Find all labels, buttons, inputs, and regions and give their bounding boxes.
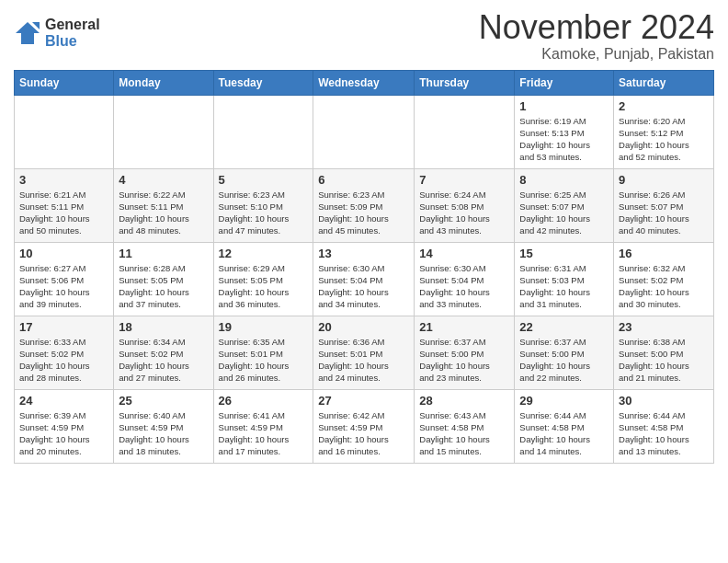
calendar-cell: 18Sunrise: 6:34 AM Sunset: 5:02 PM Dayli…: [114, 316, 213, 389]
day-info: Sunrise: 6:30 AM Sunset: 5:04 PM Dayligh…: [318, 262, 409, 311]
day-number: 24: [19, 394, 108, 408]
calendar-row-2: 10Sunrise: 6:27 AM Sunset: 5:06 PM Dayli…: [15, 242, 714, 316]
calendar-cell: 3Sunrise: 6:21 AM Sunset: 5:11 PM Daylig…: [15, 168, 114, 242]
col-monday: Monday: [114, 70, 213, 95]
logo: General Blue: [14, 17, 100, 49]
calendar-cell: 30Sunrise: 6:44 AM Sunset: 4:58 PM Dayli…: [614, 389, 714, 463]
calendar-cell: 29Sunrise: 6:44 AM Sunset: 4:58 PM Dayli…: [515, 389, 614, 463]
day-info: Sunrise: 6:23 AM Sunset: 5:10 PM Dayligh…: [219, 189, 309, 237]
logo-blue-text: Blue: [45, 33, 100, 50]
calendar-cell: [213, 95, 313, 168]
title-section: November 2024 Kamoke, Punjab, Pakistan: [479, 9, 714, 63]
day-number: 30: [619, 394, 709, 408]
calendar-cell: 5Sunrise: 6:23 AM Sunset: 5:10 PM Daylig…: [213, 168, 313, 242]
calendar-row-3: 17Sunrise: 6:33 AM Sunset: 5:02 PM Dayli…: [15, 316, 714, 389]
day-info: Sunrise: 6:44 AM Sunset: 4:58 PM Dayligh…: [619, 409, 709, 458]
day-info: Sunrise: 6:28 AM Sunset: 5:05 PM Dayligh…: [119, 262, 208, 311]
page: General Blue November 2024 Kamoke, Punja…: [0, 0, 728, 473]
day-info: Sunrise: 6:42 AM Sunset: 4:59 PM Dayligh…: [318, 409, 409, 458]
day-info: Sunrise: 6:22 AM Sunset: 5:11 PM Dayligh…: [119, 189, 208, 237]
day-info: Sunrise: 6:27 AM Sunset: 5:06 PM Dayligh…: [19, 262, 108, 311]
day-info: Sunrise: 6:31 AM Sunset: 5:03 PM Dayligh…: [519, 262, 609, 311]
calendar-cell: 11Sunrise: 6:28 AM Sunset: 5:05 PM Dayli…: [114, 242, 213, 316]
calendar-cell: [415, 95, 515, 168]
day-number: 28: [419, 394, 509, 408]
day-number: 26: [219, 394, 309, 408]
calendar-cell: 25Sunrise: 6:40 AM Sunset: 4:59 PM Dayli…: [114, 389, 213, 463]
day-info: Sunrise: 6:21 AM Sunset: 5:11 PM Dayligh…: [19, 189, 108, 237]
col-friday: Friday: [515, 70, 614, 95]
day-number: 7: [419, 173, 509, 187]
col-sunday: Sunday: [15, 70, 114, 95]
day-info: Sunrise: 6:26 AM Sunset: 5:07 PM Dayligh…: [619, 189, 709, 237]
calendar-body: 1Sunrise: 6:19 AM Sunset: 5:13 PM Daylig…: [15, 95, 714, 463]
day-info: Sunrise: 6:34 AM Sunset: 5:02 PM Dayligh…: [119, 336, 208, 385]
day-info: Sunrise: 6:29 AM Sunset: 5:05 PM Dayligh…: [219, 262, 309, 311]
day-info: Sunrise: 6:23 AM Sunset: 5:09 PM Dayligh…: [318, 189, 409, 237]
calendar-cell: 14Sunrise: 6:30 AM Sunset: 5:04 PM Dayli…: [415, 242, 515, 316]
day-number: 4: [119, 173, 208, 187]
calendar-cell: [15, 95, 114, 168]
calendar-cell: 15Sunrise: 6:31 AM Sunset: 5:03 PM Dayli…: [515, 242, 614, 316]
day-number: 25: [119, 394, 208, 408]
day-info: Sunrise: 6:44 AM Sunset: 4:58 PM Dayligh…: [519, 409, 609, 458]
day-info: Sunrise: 6:19 AM Sunset: 5:13 PM Dayligh…: [519, 115, 609, 164]
day-number: 20: [318, 320, 409, 334]
day-info: Sunrise: 6:30 AM Sunset: 5:04 PM Dayligh…: [419, 262, 509, 311]
day-number: 13: [318, 247, 409, 260]
calendar-row-0: 1Sunrise: 6:19 AM Sunset: 5:13 PM Daylig…: [15, 95, 714, 168]
col-tuesday: Tuesday: [213, 70, 313, 95]
col-saturday: Saturday: [614, 70, 714, 95]
day-number: 3: [19, 173, 108, 187]
day-number: 8: [519, 173, 609, 187]
calendar-cell: 4Sunrise: 6:22 AM Sunset: 5:11 PM Daylig…: [114, 168, 213, 242]
calendar-cell: 9Sunrise: 6:26 AM Sunset: 5:07 PM Daylig…: [614, 168, 714, 242]
month-title: November 2024: [479, 9, 714, 46]
day-number: 29: [519, 394, 609, 408]
calendar-cell: 22Sunrise: 6:37 AM Sunset: 5:00 PM Dayli…: [515, 316, 614, 389]
calendar-cell: 21Sunrise: 6:37 AM Sunset: 5:00 PM Dayli…: [415, 316, 515, 389]
day-number: 12: [219, 247, 309, 260]
day-number: 18: [119, 320, 208, 334]
calendar-cell: 28Sunrise: 6:43 AM Sunset: 4:58 PM Dayli…: [415, 389, 515, 463]
calendar-cell: 8Sunrise: 6:25 AM Sunset: 5:07 PM Daylig…: [515, 168, 614, 242]
day-number: 10: [19, 247, 108, 260]
day-info: Sunrise: 6:40 AM Sunset: 4:59 PM Dayligh…: [119, 409, 208, 458]
header-row: Sunday Monday Tuesday Wednesday Thursday…: [15, 70, 714, 95]
day-number: 11: [119, 247, 208, 260]
location: Kamoke, Punjab, Pakistan: [479, 46, 714, 63]
calendar-cell: 23Sunrise: 6:38 AM Sunset: 5:00 PM Dayli…: [614, 316, 714, 389]
calendar-cell: 24Sunrise: 6:39 AM Sunset: 4:59 PM Dayli…: [15, 389, 114, 463]
day-number: 21: [419, 320, 509, 334]
calendar-cell: 13Sunrise: 6:30 AM Sunset: 5:04 PM Dayli…: [313, 242, 415, 316]
header: General Blue November 2024 Kamoke, Punja…: [14, 9, 714, 63]
day-number: 27: [318, 394, 409, 408]
calendar-cell: 7Sunrise: 6:24 AM Sunset: 5:08 PM Daylig…: [415, 168, 515, 242]
day-info: Sunrise: 6:38 AM Sunset: 5:00 PM Dayligh…: [619, 336, 709, 385]
day-number: 17: [19, 320, 108, 334]
calendar-cell: [114, 95, 213, 168]
day-number: 23: [619, 320, 709, 334]
day-info: Sunrise: 6:41 AM Sunset: 4:59 PM Dayligh…: [219, 409, 309, 458]
calendar-cell: 17Sunrise: 6:33 AM Sunset: 5:02 PM Dayli…: [15, 316, 114, 389]
day-info: Sunrise: 6:20 AM Sunset: 5:12 PM Dayligh…: [619, 115, 709, 164]
day-number: 1: [519, 99, 609, 113]
calendar-cell: [313, 95, 415, 168]
day-number: 19: [219, 320, 309, 334]
day-number: 16: [619, 247, 709, 260]
calendar-cell: 12Sunrise: 6:29 AM Sunset: 5:05 PM Dayli…: [213, 242, 313, 316]
day-number: 6: [318, 173, 409, 187]
calendar-row-4: 24Sunrise: 6:39 AM Sunset: 4:59 PM Dayli…: [15, 389, 714, 463]
calendar-table: Sunday Monday Tuesday Wednesday Thursday…: [14, 70, 714, 464]
calendar-cell: 19Sunrise: 6:35 AM Sunset: 5:01 PM Dayli…: [213, 316, 313, 389]
day-info: Sunrise: 6:25 AM Sunset: 5:07 PM Dayligh…: [519, 189, 609, 237]
calendar-cell: 27Sunrise: 6:42 AM Sunset: 4:59 PM Dayli…: [313, 389, 415, 463]
day-number: 2: [619, 99, 709, 113]
day-info: Sunrise: 6:36 AM Sunset: 5:01 PM Dayligh…: [318, 336, 409, 385]
col-wednesday: Wednesday: [313, 70, 415, 95]
calendar-cell: 20Sunrise: 6:36 AM Sunset: 5:01 PM Dayli…: [313, 316, 415, 389]
day-info: Sunrise: 6:24 AM Sunset: 5:08 PM Dayligh…: [419, 189, 509, 237]
calendar-header: Sunday Monday Tuesday Wednesday Thursday…: [15, 70, 714, 95]
day-info: Sunrise: 6:39 AM Sunset: 4:59 PM Dayligh…: [19, 409, 108, 458]
day-number: 9: [619, 173, 709, 187]
